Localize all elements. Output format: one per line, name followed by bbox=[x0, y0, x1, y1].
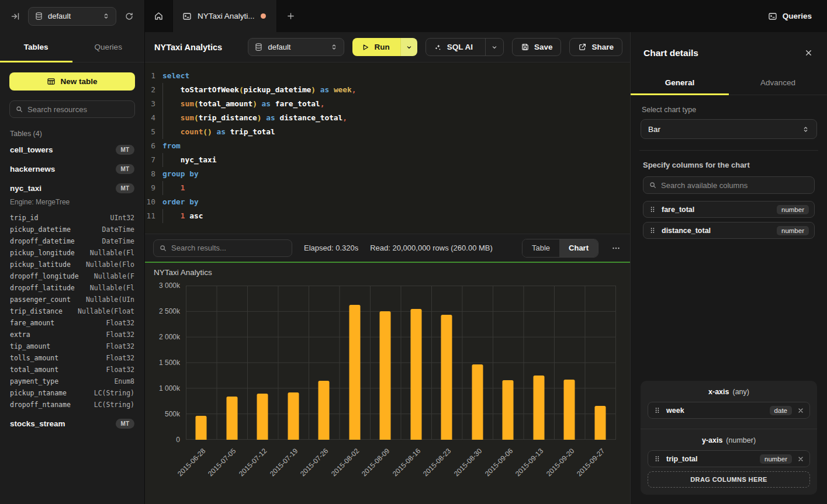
columns-search-input[interactable] bbox=[661, 181, 809, 190]
resource-search-input[interactable] bbox=[27, 105, 130, 114]
drag-handle-icon[interactable] bbox=[649, 227, 656, 234]
chart-bar[interactable] bbox=[533, 376, 544, 440]
chart-bar[interactable] bbox=[503, 380, 514, 440]
run-button-main[interactable]: Run bbox=[352, 38, 400, 56]
chart-title: NYTaxi Analytics bbox=[154, 268, 212, 277]
chart-bar[interactable] bbox=[319, 381, 330, 440]
share-label: Share bbox=[591, 43, 614, 51]
code-line: 4 sum(trip_distance) as distance_total, bbox=[145, 111, 630, 125]
chart-bar[interactable] bbox=[564, 380, 575, 440]
line-number: 3 bbox=[145, 97, 162, 111]
table-item[interactable]: stocks_streamMT bbox=[9, 414, 135, 433]
view-toggle-table[interactable]: Table bbox=[523, 239, 559, 257]
save-icon bbox=[521, 43, 530, 51]
y-axis-column-chip[interactable]: trip_totalnumber bbox=[648, 450, 810, 467]
table-item[interactable]: hackernewsMT bbox=[9, 159, 135, 179]
table-item[interactable]: nyc_taxiMT bbox=[9, 179, 135, 198]
refresh-button[interactable] bbox=[122, 9, 136, 23]
tab-general[interactable]: General bbox=[631, 70, 729, 95]
code-text: 1 bbox=[162, 181, 185, 195]
more-options-button[interactable] bbox=[610, 241, 622, 255]
home-button[interactable] bbox=[145, 0, 172, 32]
line-number: 2 bbox=[145, 83, 162, 97]
sql-ai-caret[interactable] bbox=[485, 39, 503, 55]
x-tick-label: 2015-07-19 bbox=[268, 447, 299, 478]
run-options-caret[interactable] bbox=[400, 38, 417, 56]
sidebar-tab-tables[interactable]: Tables bbox=[0, 32, 72, 62]
drag-columns-dropzone[interactable]: DRAG COLUMNS HERE bbox=[648, 471, 810, 488]
view-toggle-chart[interactable]: Chart bbox=[559, 239, 598, 257]
save-button[interactable]: Save bbox=[512, 38, 562, 56]
chip-column-name: week bbox=[666, 406, 764, 415]
chevron-updown-icon bbox=[330, 43, 338, 51]
chevron-down-icon bbox=[406, 44, 413, 51]
tab-advanced[interactable]: Advanced bbox=[729, 70, 827, 95]
column-item: pickup_ntanameLC(String) bbox=[10, 387, 134, 399]
sql-editor[interactable]: 1select2 toStartOfWeek(pickup_datetime) … bbox=[145, 62, 630, 234]
collapse-sidebar-button[interactable] bbox=[8, 9, 22, 23]
sql-ai-button[interactable]: SQL AI bbox=[425, 38, 504, 56]
new-table-label: New table bbox=[60, 77, 97, 86]
run-label: Run bbox=[374, 43, 389, 51]
x-axis-hint: (any) bbox=[732, 388, 749, 396]
chart-bar[interactable] bbox=[288, 392, 299, 440]
new-tab-button[interactable] bbox=[277, 0, 305, 32]
column-name: pickup_ntaname bbox=[10, 387, 67, 399]
code-line: 10order by bbox=[145, 195, 630, 209]
chart-bar[interactable] bbox=[380, 311, 391, 440]
x-tick-label: 2015-09-27 bbox=[575, 447, 606, 478]
tables-section-label: Tables (4) bbox=[10, 130, 135, 138]
x-tick-label: 2015-07-26 bbox=[299, 447, 330, 478]
tab-nytaxi-analytics[interactable]: NYTaxi Analyti... bbox=[172, 0, 277, 32]
remove-column-icon[interactable] bbox=[797, 456, 804, 463]
sql-ai-main[interactable]: SQL AI bbox=[426, 43, 480, 51]
column-item: payment_typeEnum8 bbox=[10, 376, 134, 387]
y-tick-label: 0 bbox=[176, 436, 180, 444]
share-button[interactable]: Share bbox=[569, 38, 622, 56]
sidebar-tab-queries[interactable]: Queries bbox=[72, 32, 145, 62]
remove-column-icon[interactable] bbox=[797, 407, 804, 414]
y-axis-section: y-axis(number) trip_totalnumber DRAG COL… bbox=[641, 429, 817, 495]
chart-bar[interactable] bbox=[594, 406, 605, 440]
database-selector[interactable]: default bbox=[28, 7, 116, 26]
x-axis-column-chip[interactable]: weekdate bbox=[648, 402, 810, 419]
drag-handle-icon[interactable] bbox=[653, 455, 661, 463]
column-item: dropoff_longitudeNullable(F bbox=[10, 270, 134, 282]
table-item[interactable]: cell_towersMT bbox=[9, 140, 135, 159]
chart-bar[interactable] bbox=[410, 309, 421, 440]
chart-details-title: Chart details bbox=[643, 48, 698, 58]
toolbar-database-selector[interactable]: default bbox=[248, 38, 344, 56]
y-tick-label: 2 500k bbox=[159, 307, 180, 315]
new-table-button[interactable]: New table bbox=[9, 72, 135, 91]
chart-bar[interactable] bbox=[196, 416, 207, 440]
chart-bar[interactable] bbox=[226, 397, 237, 440]
column-item: passenger_countNullable(UIn bbox=[10, 294, 134, 305]
engine-badge: MT bbox=[116, 419, 134, 429]
save-label: Save bbox=[534, 43, 553, 51]
chart-bar[interactable] bbox=[257, 394, 268, 440]
column-name: fare_amount bbox=[10, 317, 54, 329]
table-name: cell_towers bbox=[10, 145, 53, 154]
chart-type-select[interactable]: Bar bbox=[641, 119, 817, 139]
available-column-chip[interactable]: distance_totalnumber bbox=[643, 222, 815, 239]
home-icon bbox=[154, 11, 164, 21]
queries-button[interactable]: Queries bbox=[753, 0, 827, 32]
close-panel-button[interactable] bbox=[803, 47, 814, 58]
chart-bar[interactable] bbox=[472, 364, 483, 440]
available-column-chip[interactable]: fare_totalnumber bbox=[643, 201, 815, 218]
column-name: dropoff_longitude bbox=[10, 270, 79, 282]
chart-bar[interactable] bbox=[349, 305, 360, 440]
column-name: payment_type bbox=[10, 376, 58, 387]
line-number: 6 bbox=[145, 139, 162, 153]
results-search-input[interactable] bbox=[171, 244, 286, 252]
column-type: Enum8 bbox=[114, 376, 134, 387]
code-line: 2 toStartOfWeek(pickup_datetime) as week… bbox=[145, 83, 630, 97]
run-button[interactable]: Run bbox=[352, 38, 417, 56]
chevron-updown-icon bbox=[102, 12, 110, 20]
results-search bbox=[153, 239, 292, 257]
drag-handle-icon[interactable] bbox=[653, 406, 661, 414]
query-title: NYTaxi Analytics bbox=[154, 43, 222, 52]
drag-handle-icon[interactable] bbox=[649, 206, 656, 213]
chart-bar[interactable] bbox=[441, 315, 452, 440]
column-item: extraFloat32 bbox=[10, 329, 134, 340]
